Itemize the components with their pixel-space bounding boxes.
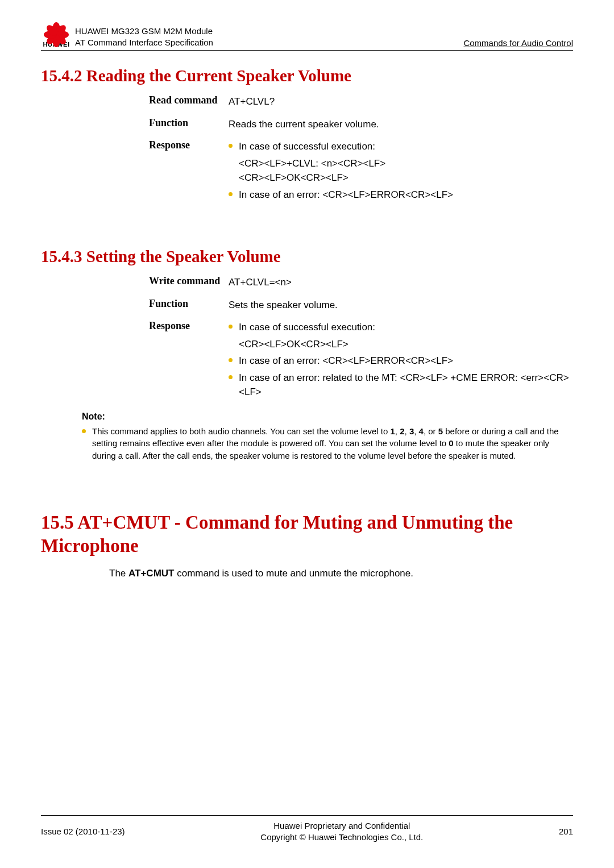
footer-right: 201 xyxy=(559,827,573,836)
section-heading-1543: 15.4.3 Setting the Speaker Volume xyxy=(41,247,573,266)
huawei-petals-icon xyxy=(44,17,69,40)
resp-text: In case of an error: <CR><LF>ERROR<CR><L… xyxy=(239,189,453,200)
resp-item: In case of an error: <CR><LF>ERROR<CR><L… xyxy=(229,188,453,202)
label-response2: Response xyxy=(149,320,229,332)
header-left: HUAWEI HUAWEI MG323 GSM M2M Module AT Co… xyxy=(41,17,213,48)
row-read-command: Read command AT+CLVL? xyxy=(149,94,573,109)
value-response2: In case of successful execution: <CR><LF… xyxy=(229,320,573,402)
section-heading-155: 15.5 AT+CMUT - Command for Muting and Un… xyxy=(41,511,573,558)
row-response: Response In case of successful execution… xyxy=(149,139,573,204)
label-read-command: Read command xyxy=(149,94,229,106)
section-155-para: The AT+CMUT command is used to mute and … xyxy=(109,568,573,579)
value-response: In case of successful execution: <CR><LF… xyxy=(229,139,453,204)
footer-center-2: Copyright © Huawei Technologies Co., Ltd… xyxy=(260,832,423,843)
value-function: Reads the current speaker volume. xyxy=(229,117,379,132)
resp-item: In case of successful execution: <CR><LF… xyxy=(229,139,453,185)
definition-list-1543: Write command AT+CLVL=<n> Function Sets … xyxy=(149,275,573,402)
page-footer: Issue 02 (2010-11-23) Huawei Proprietary… xyxy=(41,815,573,844)
resp-text: In case of successful execution: xyxy=(239,322,375,333)
footer-left: Issue 02 (2010-11-23) xyxy=(41,827,125,836)
definition-list-1542: Read command AT+CLVL? Function Reads the… xyxy=(149,94,573,204)
value-function2: Sets the speaker volume. xyxy=(229,298,338,313)
resp-line: <CR><LF>OK<CR><LF> xyxy=(239,337,573,352)
row-function: Function Reads the current speaker volum… xyxy=(149,117,573,132)
note-item: This command applies to both audio chann… xyxy=(82,425,573,462)
note-block: Note: This command applies to both audio… xyxy=(82,410,573,462)
resp-text: In case of an error: <CR><LF>ERROR<CR><L… xyxy=(239,355,453,366)
section-heading-1542: 15.4.2 Reading the Current Speaker Volum… xyxy=(41,67,573,85)
resp-item: In case of an error: related to the MT: … xyxy=(229,371,573,400)
footer-center: Huawei Proprietary and Confidential Copy… xyxy=(260,820,423,844)
label-response: Response xyxy=(149,139,229,151)
value-write-command: AT+CLVL=<n> xyxy=(229,275,292,290)
page-header: HUAWEI HUAWEI MG323 GSM M2M Module AT Co… xyxy=(41,17,573,51)
resp-item: In case of an error: <CR><LF>ERROR<CR><L… xyxy=(229,354,573,368)
product-line: HUAWEI MG323 GSM M2M Module xyxy=(75,26,213,37)
resp-line: <CR><LF>OK<CR><LF> xyxy=(239,171,453,185)
label-function: Function xyxy=(149,117,229,129)
resp-line: <CR><LF>+CLVL: <n><CR><LF> xyxy=(239,156,453,171)
doc-line: AT Command Interface Specification xyxy=(75,37,213,48)
header-titles: HUAWEI MG323 GSM M2M Module AT Command I… xyxy=(75,26,213,48)
label-write-command: Write command xyxy=(149,275,229,287)
value-read-command: AT+CLVL? xyxy=(229,94,275,109)
resp-item: In case of successful execution: <CR><LF… xyxy=(229,320,573,351)
row-write-command: Write command AT+CLVL=<n> xyxy=(149,275,573,290)
row-response2: Response In case of successful execution… xyxy=(149,320,573,402)
resp-text: In case of an error: related to the MT: … xyxy=(239,372,569,398)
row-function2: Function Sets the speaker volume. xyxy=(149,298,573,313)
header-right: Commands for Audio Control xyxy=(463,38,573,48)
label-function2: Function xyxy=(149,298,229,310)
note-title: Note: xyxy=(82,410,573,423)
resp-text: In case of successful execution: xyxy=(239,141,375,152)
huawei-logo: HUAWEI xyxy=(41,17,72,48)
footer-center-1: Huawei Proprietary and Confidential xyxy=(260,820,423,832)
